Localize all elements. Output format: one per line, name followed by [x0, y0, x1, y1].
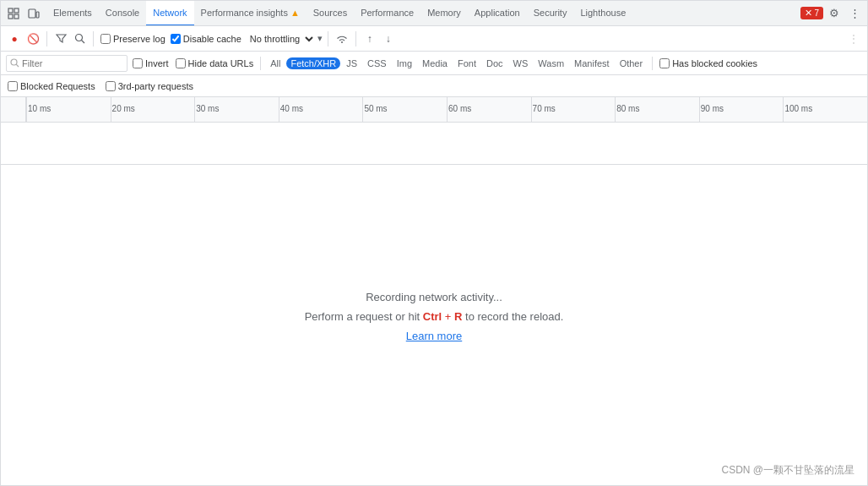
- hide-data-urls-input[interactable]: [176, 58, 186, 68]
- tab-elements[interactable]: Elements: [46, 1, 99, 26]
- recording-line1: Recording network activity...: [366, 291, 502, 303]
- filter-ws[interactable]: WS: [509, 57, 533, 69]
- learn-more-link[interactable]: Learn more: [406, 330, 462, 342]
- throttle-dropdown-icon[interactable]: ▾: [317, 33, 323, 44]
- toolbar-separator-3: [328, 31, 328, 46]
- svg-rect-1: [14, 8, 19, 13]
- blocked-row: Blocked Requests 3rd-party requests: [1, 75, 867, 97]
- filter-css[interactable]: CSS: [363, 57, 391, 69]
- blocked-requests-checkbox[interactable]: Blocked Requests: [8, 81, 95, 91]
- disable-cache-checkbox[interactable]: Disable cache: [171, 34, 241, 44]
- preserve-log-input[interactable]: [100, 34, 111, 44]
- filter-buttons: All Fetch/XHR JS CSS Img Media Font Doc …: [266, 57, 647, 69]
- has-blocked-cookies-checkbox[interactable]: Has blocked cookies: [659, 58, 757, 68]
- tab-bar-right: ✕ 7 ⚙ ⋮: [800, 4, 864, 23]
- tab-memory[interactable]: Memory: [420, 1, 468, 26]
- filter-doc[interactable]: Doc: [482, 57, 507, 69]
- filter-wasm[interactable]: Wasm: [534, 57, 568, 69]
- timeline-tick: 20 ms: [112, 104, 135, 113]
- tab-lighthouse[interactable]: Lighthouse: [573, 1, 632, 26]
- preserve-log-checkbox[interactable]: Preserve log: [100, 34, 165, 44]
- toolbar-separator-1: [46, 31, 47, 46]
- r-key: R: [454, 310, 462, 323]
- blocked-requests-input[interactable]: [8, 81, 18, 91]
- settings-icon[interactable]: ⚙: [825, 4, 844, 23]
- svg-rect-0: [8, 8, 13, 13]
- error-x-icon: ✕: [805, 8, 812, 19]
- watermark: CSDN @一颗不甘坠落的流星: [721, 463, 854, 478]
- timeline-label-col: [1, 97, 26, 122]
- invert-checkbox[interactable]: Invert: [133, 58, 169, 68]
- filter-js[interactable]: JS: [342, 57, 361, 69]
- inspect-icon[interactable]: [4, 4, 23, 23]
- filter-manifest[interactable]: Manifest: [570, 57, 614, 69]
- timeline-tick: 50 ms: [364, 104, 387, 113]
- third-party-input[interactable]: [106, 81, 116, 91]
- svg-point-8: [11, 59, 17, 65]
- timeline-header: 10 ms20 ms30 ms40 ms50 ms60 ms70 ms80 ms…: [1, 97, 867, 123]
- download-icon[interactable]: ↓: [380, 30, 397, 47]
- filter-fetch-xhr[interactable]: Fetch/XHR: [286, 57, 340, 69]
- timeline-tick: 80 ms: [616, 104, 639, 113]
- svg-rect-4: [29, 9, 35, 18]
- timeline-tick: 90 ms: [701, 104, 724, 113]
- third-party-checkbox[interactable]: 3rd-party requests: [106, 81, 193, 91]
- timeline-tick: 10 ms: [28, 104, 51, 113]
- has-blocked-cookies-input[interactable]: [659, 58, 670, 68]
- filter-search-icon: [10, 58, 19, 68]
- filter-font[interactable]: Font: [453, 57, 480, 69]
- wifi-icon[interactable]: [334, 30, 350, 47]
- hide-data-urls-checkbox[interactable]: Hide data URLs: [176, 58, 254, 68]
- more-toolbar-icon[interactable]: ⋮: [845, 30, 862, 47]
- search-icon[interactable]: [71, 30, 88, 47]
- clear-button[interactable]: 🚫: [24, 30, 41, 47]
- disable-cache-input[interactable]: [171, 34, 181, 44]
- more-options-icon[interactable]: ⋮: [845, 4, 864, 23]
- perform-suffix: to record the reload.: [462, 310, 563, 323]
- tab-application[interactable]: Application: [468, 1, 527, 26]
- filter-other[interactable]: Other: [616, 57, 648, 69]
- content-area: Recording network activity... Perform a …: [1, 165, 867, 485]
- filter-input[interactable]: [22, 58, 123, 68]
- toolbar-separator-2: [93, 31, 94, 46]
- svg-rect-5: [36, 12, 39, 18]
- svg-rect-3: [14, 14, 19, 19]
- svg-line-7: [81, 41, 84, 44]
- tab-network[interactable]: Network: [146, 1, 193, 26]
- error-badge-button[interactable]: ✕ 7: [800, 7, 823, 19]
- ctrl-key: Ctrl: [423, 310, 442, 323]
- tab-bar-icons: [4, 4, 43, 23]
- warning-icon: ▲: [290, 8, 300, 18]
- svg-point-6: [75, 35, 82, 41]
- invert-input[interactable]: [133, 58, 143, 68]
- error-count: 7: [814, 8, 819, 18]
- filter-all[interactable]: All: [266, 57, 285, 69]
- timeline-tick: 30 ms: [196, 104, 219, 113]
- tab-sources[interactable]: Sources: [307, 1, 354, 26]
- throttle-area: No throttling ▾: [245, 33, 323, 45]
- tab-performance[interactable]: Performance: [354, 1, 420, 26]
- tab-performance-insights[interactable]: Performance insights ▲: [194, 1, 307, 26]
- toolbar-separator-4: [355, 31, 356, 46]
- tab-security[interactable]: Security: [527, 1, 574, 26]
- filter-media[interactable]: Media: [418, 57, 452, 69]
- timeline-tick: 100 ms: [784, 104, 812, 113]
- filter-input-wrap: [6, 55, 127, 72]
- throttle-select[interactable]: No throttling: [245, 33, 316, 45]
- filter-separator-2: [652, 57, 653, 70]
- tab-bar: Elements Console Network Performance ins…: [1, 1, 867, 26]
- filter-icon[interactable]: [52, 30, 69, 47]
- filter-img[interactable]: Img: [393, 57, 416, 69]
- filter-separator: [260, 57, 261, 70]
- tab-console[interactable]: Console: [99, 1, 146, 26]
- devtools-panel: Elements Console Network Performance ins…: [0, 0, 868, 486]
- record-button[interactable]: ●: [6, 30, 23, 47]
- toolbar-right: ⋮: [845, 30, 862, 47]
- timeline-ticks: 10 ms20 ms30 ms40 ms50 ms60 ms70 ms80 ms…: [26, 97, 867, 122]
- filter-row: Invert Hide data URLs All Fetch/XHR JS C…: [1, 52, 867, 75]
- timeline-row: [1, 123, 867, 165]
- device-toggle-icon[interactable]: [24, 4, 43, 23]
- upload-icon[interactable]: ↑: [361, 30, 378, 47]
- svg-line-9: [16, 64, 19, 67]
- toolbar: ● 🚫 Preserve log Disable cache No thrott…: [1, 26, 867, 52]
